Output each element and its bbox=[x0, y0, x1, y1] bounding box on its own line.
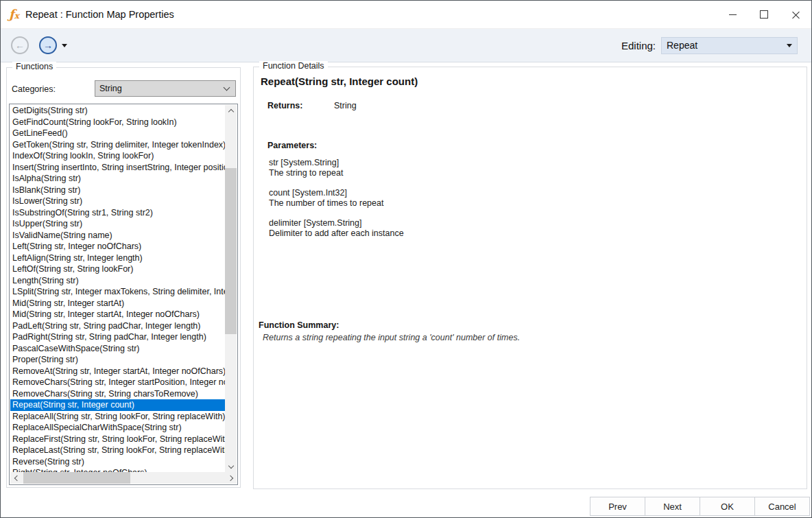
scroll-left-button[interactable] bbox=[10, 472, 22, 484]
maximize-button[interactable] bbox=[748, 1, 780, 28]
footer-button[interactable]: Cancel bbox=[754, 497, 810, 516]
function-list-item[interactable]: ReplaceFirst(String str, String lookFor,… bbox=[10, 434, 225, 445]
footer-button[interactable]: OK bbox=[700, 497, 755, 516]
function-signature: GetDigits(String str) bbox=[12, 106, 88, 115]
function-list-item[interactable]: Insert(String insertInto, String insertS… bbox=[10, 162, 225, 174]
function-title: Repeat(String str, Integer count) bbox=[261, 75, 418, 87]
function-list-item[interactable]: Right(String str, Integer noOfChars) bbox=[10, 467, 225, 472]
back-arrow-icon: ← bbox=[15, 40, 25, 50]
parameter-name: delimiter [System.String] bbox=[269, 218, 404, 228]
footer-buttons: PrevNextOKCancel bbox=[590, 497, 810, 516]
forward-dropdown-caret-icon[interactable] bbox=[62, 44, 67, 47]
function-list-item[interactable]: LeftOf(String str, String lookFor) bbox=[10, 263, 225, 275]
function-signature: LSplit(String str, Integer maxTokens, St… bbox=[12, 287, 225, 296]
function-list-item[interactable]: GetLineFeed() bbox=[10, 128, 225, 139]
function-list-item[interactable]: Mid(String str, Integer startAt) bbox=[10, 298, 225, 309]
close-button[interactable] bbox=[780, 1, 811, 28]
footer-button[interactable]: Prev bbox=[590, 497, 645, 516]
function-list-item[interactable]: IsSubstringOf(String str1, String str2) bbox=[10, 207, 225, 219]
back-button[interactable]: ← bbox=[11, 36, 29, 54]
chevron-up-icon bbox=[228, 109, 233, 115]
minimize-button[interactable] bbox=[717, 1, 748, 28]
function-list-item[interactable]: Repeat(String str, Integer count) bbox=[10, 399, 225, 411]
function-signature: GetFindCount(String lookFor, String look… bbox=[12, 117, 177, 127]
chevron-down-icon bbox=[228, 462, 233, 468]
function-list-item[interactable]: Length(String str) bbox=[10, 275, 225, 287]
function-list-item[interactable]: GetDigits(String str) bbox=[10, 105, 225, 117]
function-signature: Mid(String str, Integer startAt) bbox=[12, 298, 124, 308]
function-signature: IsBlank(String str) bbox=[12, 185, 80, 195]
title-bar: ƒx Repeat : Function Map Properties bbox=[1, 1, 811, 29]
categories-dropdown-value: String bbox=[95, 84, 224, 93]
function-signature: IsAlpha(String str) bbox=[12, 174, 81, 183]
function-list-item[interactable]: PadLeft(String str, String padChar, Inte… bbox=[10, 320, 225, 332]
function-list-item[interactable]: ReplaceAllSpecialCharWithSpace(String st… bbox=[10, 422, 225, 434]
vertical-scrollbar[interactable] bbox=[225, 105, 237, 472]
function-list-item[interactable]: Proper(String str) bbox=[10, 354, 225, 366]
function-list-item[interactable]: GetToken(String str, String delimiter, I… bbox=[10, 139, 225, 151]
function-signature: ReplaceAllSpecialCharWithSpace(String st… bbox=[12, 423, 182, 432]
minimize-icon bbox=[729, 14, 737, 15]
function-list-item[interactable]: PascalCaseWithSpace(String str) bbox=[10, 343, 225, 355]
function-list-item[interactable]: LeftAlign(String str, Integer length) bbox=[10, 252, 225, 264]
horizontal-scrollbar[interactable] bbox=[10, 472, 237, 484]
parameter-name: count [System.Int32] bbox=[269, 188, 404, 198]
function-list-item[interactable]: LSplit(String str, Integer maxTokens, St… bbox=[10, 286, 225, 298]
function-signature: GetLineFeed() bbox=[12, 128, 68, 138]
function-summary-text: Returns a string repeating the input str… bbox=[263, 333, 520, 342]
maximize-icon bbox=[760, 10, 768, 19]
scroll-right-button[interactable] bbox=[225, 472, 237, 484]
function-signature: IsUpper(String str) bbox=[12, 219, 82, 228]
function-signature: ReplaceAll(String str, String lookFor, S… bbox=[12, 412, 225, 421]
function-signature: ReplaceFirst(String str, String lookFor,… bbox=[12, 434, 225, 444]
function-signature: Proper(String str) bbox=[12, 355, 78, 364]
function-list-item[interactable]: IsValidName(String name) bbox=[10, 230, 225, 242]
function-list-item[interactable]: RemoveAt(String str, Integer startAt, In… bbox=[10, 366, 225, 377]
parameters-label: Parameters: bbox=[267, 141, 317, 150]
function-list-item[interactable]: IndexOf(String lookIn, String lookFor) bbox=[10, 150, 225, 162]
vertical-scrollbar-thumb[interactable] bbox=[225, 168, 237, 334]
returns-label: Returns: bbox=[267, 101, 302, 110]
function-list-item[interactable]: IsBlank(String str) bbox=[10, 185, 225, 196]
function-list-item[interactable]: GetFindCount(String lookFor, String look… bbox=[10, 117, 225, 128]
function-list-item[interactable]: ReplaceLast(String str, String lookFor, … bbox=[10, 445, 225, 456]
forward-button[interactable]: → bbox=[39, 36, 57, 54]
function-signature: GetToken(String str, String delimiter, I… bbox=[12, 140, 225, 150]
chevron-down-icon bbox=[224, 84, 230, 91]
fx-icon: ƒx bbox=[9, 8, 19, 21]
close-icon bbox=[792, 11, 800, 19]
editing-dropdown[interactable]: Repeat bbox=[661, 37, 798, 54]
parameter-description: Delimiter to add after each instance bbox=[269, 228, 404, 239]
function-list-item[interactable]: PadRight(String str, String padChar, Int… bbox=[10, 331, 225, 343]
categories-dropdown[interactable]: String bbox=[95, 80, 236, 97]
function-signature: PadRight(String str, String padChar, Int… bbox=[12, 332, 206, 342]
function-signature: Length(String str) bbox=[12, 276, 79, 285]
function-signature: ReplaceLast(String str, String lookFor, … bbox=[12, 445, 225, 455]
forward-arrow-icon: → bbox=[43, 40, 53, 50]
function-list-item[interactable]: IsAlpha(String str) bbox=[10, 173, 225, 185]
function-list-item[interactable]: RemoveChars(String str, Integer startPos… bbox=[10, 377, 225, 388]
footer-button[interactable]: Next bbox=[645, 497, 700, 516]
window-controls bbox=[717, 1, 811, 28]
function-list-item[interactable]: RemoveChars(String str, String charsToRe… bbox=[10, 388, 225, 400]
function-list-item[interactable]: Mid(String str, Integer startAt, Integer… bbox=[10, 309, 225, 320]
chevron-right-icon bbox=[227, 475, 232, 480]
function-signature: IndexOf(String lookIn, String lookFor) bbox=[12, 151, 154, 161]
function-signature: RemoveChars(String str, Integer startPos… bbox=[12, 377, 225, 387]
function-list: GetDigits(String str)GetFindCount(String… bbox=[9, 104, 238, 485]
function-signature: PascalCaseWithSpace(String str) bbox=[12, 344, 139, 353]
function-details-group-label: Function Details bbox=[259, 61, 328, 71]
horizontal-scrollbar-thumb[interactable] bbox=[23, 472, 130, 484]
function-list-item[interactable]: ReplaceAll(String str, String lookFor, S… bbox=[10, 411, 225, 423]
function-list-item[interactable]: IsLower(String str) bbox=[10, 196, 225, 207]
scroll-down-button[interactable] bbox=[225, 460, 237, 472]
scroll-up-button[interactable] bbox=[225, 105, 237, 117]
function-list-items: GetDigits(String str)GetFindCount(String… bbox=[10, 105, 225, 472]
parameter-name: str [System.String] bbox=[269, 158, 404, 168]
function-list-item[interactable]: IsUpper(String str) bbox=[10, 218, 225, 230]
function-signature: IsLower(String str) bbox=[12, 196, 82, 206]
function-map-properties-dialog: ƒx Repeat : Function Map Properties ← → … bbox=[0, 0, 812, 518]
function-signature: RemoveChars(String str, String charsToRe… bbox=[12, 389, 198, 399]
function-list-item[interactable]: Left(String str, Integer noOfChars) bbox=[10, 241, 225, 252]
function-list-item[interactable]: Reverse(String str) bbox=[10, 456, 225, 468]
